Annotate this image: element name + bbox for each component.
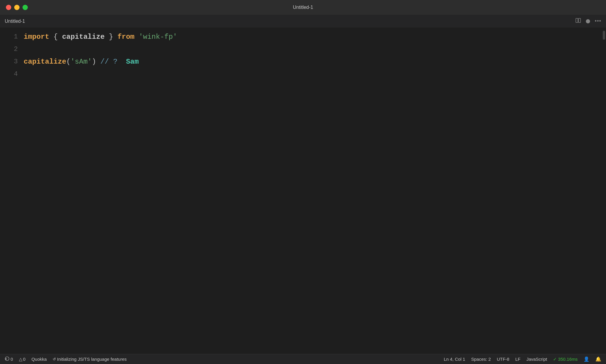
editor-area: 1 2 3 4 import { capitalize } from 'wink… xyxy=(0,28,606,354)
identifier-capitalize: capitalize xyxy=(62,31,105,43)
status-bar: ⊗ 0 △ 0 Quokka ↺ Initializing JS/TS lang… xyxy=(0,354,606,364)
minimize-button[interactable] xyxy=(14,5,20,10)
cursor-position[interactable]: Ln 4, Col 1 xyxy=(444,357,465,362)
status-bar-right: Ln 4, Col 1 Spaces: 2 UTF-8 LF JavaScrip… xyxy=(444,356,601,362)
tab-bar-left: Untitled-1 xyxy=(5,19,25,24)
unsaved-indicator xyxy=(586,19,590,23)
comment-text: // ? xyxy=(96,56,126,68)
quokka-label[interactable]: Quokka xyxy=(31,357,47,362)
scrollbar-thumb[interactable] xyxy=(603,31,605,40)
svg-text:⊗: ⊗ xyxy=(5,357,7,360)
paren-close: ) xyxy=(92,56,96,68)
error-icon: ⊗ xyxy=(5,356,9,362)
line-numbers-gutter: 1 2 3 4 xyxy=(0,28,24,354)
keyword-from: from xyxy=(117,31,135,43)
vertical-scrollbar[interactable] xyxy=(602,28,606,354)
error-count[interactable]: ⊗ 0 xyxy=(5,356,13,362)
paren-open: ( xyxy=(66,56,70,68)
line-number-1: 1 xyxy=(0,31,18,43)
code-line-2 xyxy=(24,43,602,56)
error-count-value: 0 xyxy=(11,357,13,362)
bell-icon[interactable]: 🔔 xyxy=(595,356,601,362)
more-actions-icon[interactable]: ••• xyxy=(595,18,601,24)
tab-bar: Untitled-1 ••• xyxy=(0,15,606,28)
maximize-button[interactable] xyxy=(22,5,28,10)
string-wink-fp: 'wink-fp' xyxy=(139,31,177,43)
space-1 xyxy=(135,31,139,43)
line-ending[interactable]: LF xyxy=(515,357,520,362)
warning-icon: △ xyxy=(19,357,22,362)
punct-1: { xyxy=(49,31,62,43)
encoding[interactable]: UTF-8 xyxy=(497,357,510,362)
tab-bar-right: ••• xyxy=(575,17,601,25)
traffic-lights xyxy=(6,5,28,10)
line-number-2: 2 xyxy=(0,43,18,56)
window-title: Untitled-1 xyxy=(293,5,313,10)
code-line-3: capitalize ( 'sAm' ) // ? Sam xyxy=(24,56,602,68)
active-tab-title[interactable]: Untitled-1 xyxy=(5,19,25,24)
line-number-4: 4 xyxy=(0,68,18,80)
person-icon[interactable]: 👤 xyxy=(584,356,589,362)
code-line-4 xyxy=(24,68,602,80)
quokka-result-sam: Sam xyxy=(126,56,139,68)
quokka-text: Quokka xyxy=(31,357,47,362)
quokka-timing[interactable]: ✓ 350.16ms xyxy=(553,357,578,362)
language-mode[interactable]: JavaScript xyxy=(526,357,547,362)
svg-rect-0 xyxy=(576,18,578,22)
line-number-3: 3 xyxy=(0,56,18,68)
close-button[interactable] xyxy=(6,5,11,10)
indentation[interactable]: Spaces: 2 xyxy=(471,357,491,362)
fn-capitalize: capitalize xyxy=(24,56,66,68)
warning-count[interactable]: △ 0 xyxy=(19,357,25,362)
sync-icon: ↺ xyxy=(53,357,56,361)
keyword-import: import xyxy=(24,31,49,43)
split-editor-icon[interactable] xyxy=(575,17,581,25)
string-sAm: 'sAm' xyxy=(70,56,92,68)
code-content[interactable]: import { capitalize } from 'wink-fp' cap… xyxy=(24,28,602,354)
init-message: ↺ Initializing JS/TS language features xyxy=(53,357,127,362)
svg-rect-1 xyxy=(578,18,581,22)
code-line-1: import { capitalize } from 'wink-fp' xyxy=(24,31,602,43)
title-bar: Untitled-1 xyxy=(0,0,606,15)
punct-2: } xyxy=(105,31,117,43)
init-message-text: Initializing JS/TS language features xyxy=(57,357,127,362)
warning-count-value: 0 xyxy=(23,357,25,362)
